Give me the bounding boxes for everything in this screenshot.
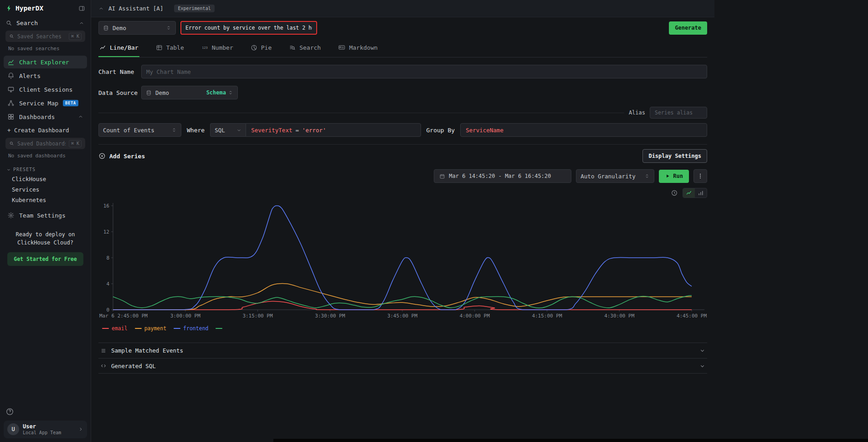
- legend-item-email[interactable]: email: [102, 325, 128, 332]
- toggle-line-chart[interactable]: [683, 188, 695, 198]
- user-name: User: [23, 423, 74, 430]
- create-dashboard-button[interactable]: + Create Dashboard: [4, 124, 87, 137]
- generated-sql-section[interactable]: Generated SQL: [98, 358, 707, 374]
- presets-header[interactable]: PRESETS: [0, 162, 91, 174]
- sidebar-item-label: Client Sessions: [19, 86, 72, 93]
- ai-assistant-bar[interactable]: AI Assistant [A] Experimental: [91, 0, 714, 17]
- divider: [98, 113, 624, 113]
- chart-name-input[interactable]: [141, 65, 707, 78]
- tab-number[interactable]: 123 Number: [200, 38, 234, 57]
- ai-prompt-row: Demo Generate: [98, 21, 707, 35]
- run-button[interactable]: Run: [659, 170, 689, 183]
- sidebar-item-team-settings[interactable]: Team Settings: [4, 209, 87, 222]
- tab-markdown[interactable]: Markdown: [337, 38, 379, 57]
- generate-button[interactable]: Generate: [669, 21, 707, 35]
- clock-icon[interactable]: [671, 189, 678, 197]
- chart-toolbar: [98, 188, 707, 198]
- sample-matched-events-section[interactable]: Sample Matched Events: [98, 343, 707, 358]
- saved-dashboards-input[interactable]: Saved Dashboards ⌘ K: [5, 138, 85, 149]
- display-settings-button[interactable]: Display Settings: [642, 149, 707, 163]
- date-range-value: Mar 6 14:45:20 - Mar 6 16:45:20: [449, 173, 551, 179]
- tab-line-bar[interactable]: Line/Bar: [98, 38, 139, 57]
- tab-search[interactable]: Search: [288, 38, 322, 57]
- sidebar-item-service-map[interactable]: Service Map BETA: [4, 97, 87, 109]
- help-icon[interactable]: [5, 407, 14, 416]
- data-source-select[interactable]: Demo Schema: [141, 86, 238, 99]
- chevron-down-icon: [699, 363, 705, 369]
- sidebar-item-dashboards[interactable]: Dashboards: [4, 110, 87, 123]
- keyboard-shortcut: ⌘ K: [69, 33, 82, 40]
- beta-badge: BETA: [63, 100, 78, 106]
- saved-searches-input[interactable]: Saved Searches ⌘ K: [5, 31, 85, 42]
- ai-prompt-input[interactable]: [180, 21, 317, 35]
- chart-svg[interactable]: 0481216Mar 6 2:45:00 PM3:00:00 PM3:15:00…: [98, 199, 707, 323]
- svg-text:16: 16: [103, 203, 109, 209]
- chevron-down-icon: [699, 348, 705, 354]
- svg-text:4:15:00 PM: 4:15:00 PM: [532, 313, 562, 319]
- legend-item-frontend[interactable]: frontend: [174, 325, 208, 332]
- where-value: 'error': [302, 127, 326, 134]
- where-input[interactable]: SeverityText = 'error': [246, 123, 421, 137]
- chart-type-tabs: Line/Bar Table 123 Number: [98, 38, 707, 57]
- tab-pie[interactable]: Pie: [250, 38, 272, 57]
- preset-kubernetes[interactable]: Kubernetes: [0, 195, 91, 205]
- group-by-input[interactable]: ServiceName: [460, 123, 707, 137]
- granularity-select[interactable]: Auto Granularity: [576, 169, 654, 183]
- monitor-icon: [7, 86, 15, 93]
- date-range-input[interactable]: Mar 6 14:45:20 - Mar 6 16:45:20: [434, 169, 571, 183]
- where-group: SQL SeverityText = 'error': [210, 123, 421, 137]
- user-menu[interactable]: U User Local App Team: [4, 421, 87, 438]
- section-title: Generated SQL: [111, 363, 156, 369]
- bell-icon: [7, 72, 15, 79]
- legend-dash: [135, 328, 142, 329]
- svg-text:8: 8: [106, 255, 109, 261]
- sidebar-item-client-sessions[interactable]: Client Sessions: [4, 83, 87, 96]
- sidebar-collapse-icon[interactable]: [78, 5, 85, 12]
- more-options-button[interactable]: [693, 169, 707, 183]
- logo-text: HyperDX: [15, 5, 43, 12]
- sidebar-item-chart-explorer[interactable]: Chart Explorer: [4, 56, 87, 68]
- sidebar-item-alerts[interactable]: Alerts: [4, 69, 87, 82]
- add-series-row: Add Series Display Settings: [98, 149, 707, 163]
- ai-source-value: Demo: [113, 25, 162, 31]
- sidebar-section-search[interactable]: Search: [0, 16, 91, 30]
- line-chart-icon: [99, 44, 106, 51]
- sidebar-item-label: Alerts: [19, 73, 41, 79]
- no-saved-searches-note: No saved searches: [0, 43, 91, 55]
- legend-dash: [216, 328, 222, 329]
- hyperdx-logo[interactable]: HyperDX: [5, 5, 43, 12]
- grid-icon: [7, 113, 15, 120]
- sidebar-item-label: Chart Explorer: [19, 59, 69, 66]
- preset-services[interactable]: Services: [0, 184, 91, 195]
- svg-text:12: 12: [103, 229, 109, 235]
- dots-vertical-icon: [697, 173, 704, 179]
- preset-clickhouse[interactable]: ClickHouse: [0, 174, 91, 184]
- legend-item-series-3[interactable]: [216, 328, 225, 329]
- legend-dash: [102, 328, 109, 329]
- legend-label: payment: [144, 325, 166, 332]
- legend-item-payment[interactable]: payment: [135, 325, 166, 332]
- divider: [98, 144, 707, 145]
- get-started-button[interactable]: Get Started for Free: [7, 252, 83, 266]
- sidebar-bottom: U User Local App Team: [0, 407, 91, 442]
- svg-text:4:30:00 PM: 4:30:00 PM: [604, 313, 635, 319]
- schema-link[interactable]: Schema: [206, 89, 226, 96]
- data-source-label: Data Source: [98, 89, 141, 96]
- chart-name-label: Chart Name: [98, 68, 141, 75]
- section-title: Sample Matched Events: [111, 347, 183, 354]
- ai-source-select[interactable]: Demo: [98, 21, 176, 35]
- alias-label: Alias: [629, 109, 645, 116]
- pie-chart-icon: [251, 44, 257, 51]
- where-field: SeverityText: [251, 127, 292, 134]
- aggregation-select[interactable]: Count of Events: [98, 123, 181, 137]
- group-by-value: ServiceName: [466, 127, 503, 134]
- alias-input[interactable]: [650, 107, 707, 119]
- selector-icon: [228, 90, 233, 95]
- sidebar-item-label: Service Map: [19, 100, 58, 107]
- logo-row: HyperDX: [0, 0, 91, 16]
- language-select[interactable]: SQL: [210, 123, 246, 137]
- tab-table[interactable]: Table: [155, 38, 185, 57]
- plus-circle-icon: [98, 152, 106, 160]
- toggle-bar-chart[interactable]: [695, 188, 707, 198]
- add-series-button[interactable]: Add Series: [98, 152, 145, 160]
